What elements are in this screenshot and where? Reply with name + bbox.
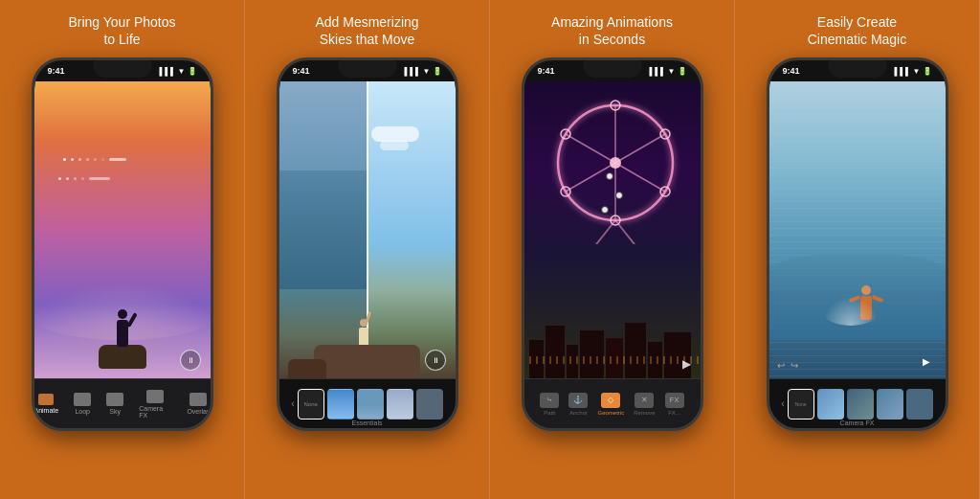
anchor-label: Anchor xyxy=(569,410,588,416)
cloud-1 xyxy=(371,126,419,142)
screen-right xyxy=(368,81,456,378)
toolbar-animate[interactable]: Animate xyxy=(34,394,59,414)
status-bar-3: 9:41 ▌▌▌▼🔋 xyxy=(524,60,701,81)
anchor-btn[interactable]: ⚓ Anchor xyxy=(568,393,588,416)
anim-items: ⤷ Path ⚓ Anchor ◇ Geometric ✕ Remove xyxy=(524,393,701,416)
camerafx-icon xyxy=(146,390,164,403)
play-button-4[interactable]: ▶ xyxy=(917,352,936,371)
status-icons-2: ▌▌▌▼🔋 xyxy=(405,67,442,76)
screen-left xyxy=(279,81,368,378)
phone-3-toolbar: ⤷ Path ⚓ Anchor ◇ Geometric ✕ Remove xyxy=(524,378,701,428)
phone-1: 9:41 ▌▌▌▼🔋 xyxy=(32,57,213,431)
geometric-label: Geometric xyxy=(597,410,624,416)
phone-2-toolbar: ‹ None Essentials xyxy=(279,378,456,428)
silhouette-1 xyxy=(117,309,128,348)
fx-fx02[interactable] xyxy=(847,389,874,420)
fx-none[interactable]: None xyxy=(788,389,814,420)
toolbar-overlay[interactable]: Overlay xyxy=(187,393,210,415)
geometric-icon: ◇ xyxy=(601,393,620,408)
animate-icon xyxy=(38,394,54,405)
status-icons-1: ▌▌▌▼🔋 xyxy=(160,67,197,76)
fx-fx01[interactable] xyxy=(817,389,844,420)
arrow-left-4[interactable]: ‹ xyxy=(781,398,784,409)
fx-fx04[interactable] xyxy=(906,389,933,420)
anchor-point-2 xyxy=(615,192,623,199)
rock xyxy=(99,345,146,369)
anchor-point-3 xyxy=(601,206,609,214)
path-btn[interactable]: ⤷ Path xyxy=(540,393,559,416)
remove-btn[interactable]: ✕ Remove xyxy=(634,393,655,416)
anchor-icon: ⚓ xyxy=(568,393,588,408)
phone-4-toolbar: ‹ None Camera FX xyxy=(769,378,946,428)
overlay-icon xyxy=(189,393,207,406)
sky-sn04[interactable] xyxy=(416,389,443,420)
status-time-2: 9:41 xyxy=(293,66,310,76)
status-icons-4: ▌▌▌▼🔋 xyxy=(895,67,932,76)
sky-selector: ‹ None xyxy=(287,389,446,420)
phone-3: 9:41 ▌▌▌▼🔋 xyxy=(522,57,703,431)
play-button-3[interactable]: ▶ xyxy=(682,357,691,371)
toolbar-camerafx[interactable]: Camera FX xyxy=(139,390,171,419)
panel-3: Amazing Animationsin Seconds 9:41 ▌▌▌▼🔋 xyxy=(490,0,735,499)
panel-2: Add MesmerizingSkies that Move 9:41 ▌▌▌▼… xyxy=(245,0,490,499)
panel-2-title: Add MesmerizingSkies that Move xyxy=(315,13,418,48)
redo-btn[interactable]: ↪ xyxy=(791,360,798,371)
status-bar-1: 9:41 ▌▌▌▼🔋 xyxy=(34,60,211,81)
svg-line-2 xyxy=(615,163,665,192)
fx-label: FX... xyxy=(668,410,680,416)
phone-1-toolbar: Animate Loop Sky Camera FX xyxy=(34,378,211,428)
camerafx-label-4: Camera FX xyxy=(840,420,875,426)
svg-point-13 xyxy=(610,157,621,169)
ocean-left xyxy=(279,170,368,289)
sky-sn01[interactable] xyxy=(327,389,354,420)
phone-4: 9:41 ▌▌▌▼🔋 xyxy=(767,57,948,431)
status-time-1: 9:41 xyxy=(48,66,65,76)
remove-icon: ✕ xyxy=(635,393,654,408)
fx-btn[interactable]: FX FX... xyxy=(665,393,684,416)
sky-sn02[interactable] xyxy=(357,389,384,420)
sky-icon xyxy=(106,393,123,406)
status-time-4: 9:41 xyxy=(783,66,800,76)
ferris-wheel-svg xyxy=(529,91,701,244)
panel-4: Easily CreateCinematic Magic 9:41 ▌▌▌▼🔋 xyxy=(735,0,980,499)
toolbar-sky[interactable]: Sky xyxy=(106,393,123,415)
phone-2-screen: ⏸ xyxy=(279,81,456,378)
anchor-point-1 xyxy=(606,172,613,180)
panel-1-title: Bring Your Photosto Life xyxy=(68,13,175,48)
remove-label: Remove xyxy=(634,410,655,416)
fx-fx03[interactable] xyxy=(877,389,903,420)
arrow-left[interactable]: ‹ xyxy=(291,398,294,409)
phone-2: 9:41 ▌▌▌▼🔋 xyxy=(277,57,458,431)
toolbar-loop[interactable]: Loop xyxy=(74,393,91,415)
pause-button-2[interactable]: ⏸ xyxy=(425,350,446,371)
path-label: Path xyxy=(544,410,555,416)
svg-line-15 xyxy=(615,220,635,244)
phone-1-screen: ⏸ xyxy=(34,81,211,378)
panel-3-title: Amazing Animationsin Seconds xyxy=(551,13,673,48)
undo-btn[interactable]: ↩ xyxy=(777,360,785,371)
toolbar-items-1: Animate Loop Sky Camera FX xyxy=(34,390,211,419)
loop-icon xyxy=(74,393,91,406)
sky-sn03[interactable] xyxy=(387,389,413,420)
svg-line-6 xyxy=(566,134,615,163)
status-bar-2: 9:41 ▌▌▌▼🔋 xyxy=(279,60,456,81)
rocks-2b xyxy=(288,359,326,378)
panel-1: Bring Your Photosto Life 9:41 ▌▌▌▼🔋 xyxy=(0,0,245,499)
pause-button-1[interactable]: ⏸ xyxy=(180,350,201,371)
essentials-label: Essentials xyxy=(352,420,383,426)
surfer-head xyxy=(861,285,871,295)
cloud-2 xyxy=(380,141,409,150)
undo-redo: ↩ ↪ xyxy=(777,360,798,371)
geometric-btn[interactable]: ◇ Geometric xyxy=(597,393,624,416)
city-lights xyxy=(524,356,701,364)
svg-line-14 xyxy=(596,220,615,244)
sky-label: Sky xyxy=(109,408,121,415)
sky-none[interactable]: None xyxy=(298,389,324,420)
camerafx-label: Camera FX xyxy=(139,405,171,419)
dots-line-2 xyxy=(58,177,110,180)
fx-selector: ‹ None xyxy=(777,389,936,420)
animate-label: Animate xyxy=(34,407,59,414)
loop-label: Loop xyxy=(75,408,90,415)
path-icon: ⤷ xyxy=(540,393,559,408)
status-icons-3: ▌▌▌▼🔋 xyxy=(650,67,687,76)
